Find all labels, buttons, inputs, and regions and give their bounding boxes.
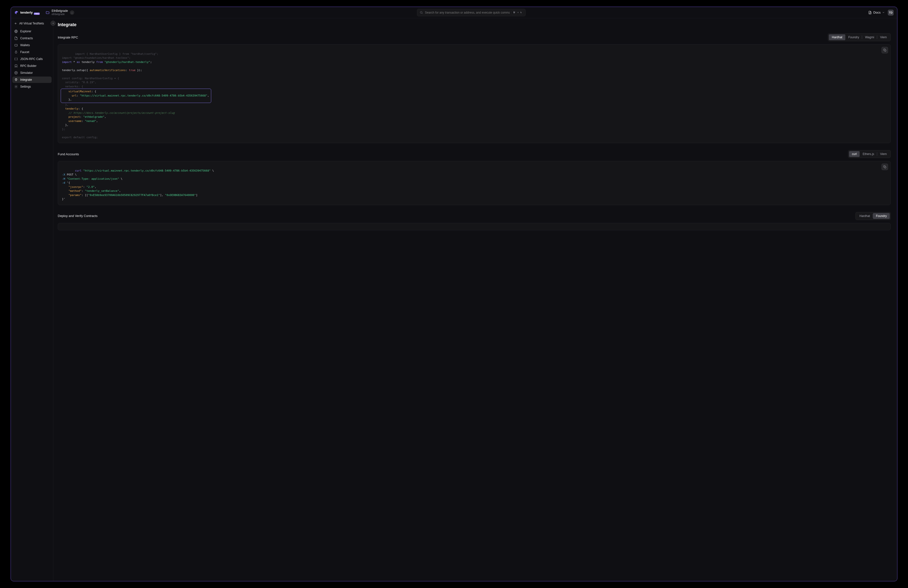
sidebar-item-label: Explorer [20,30,31,33]
brand-name: tenderly [20,11,33,14]
sidebar-item-label: Settings [20,85,31,89]
svg-rect-2 [15,44,18,47]
tenderly-logo-icon [14,10,19,15]
sidebar-item-label: Contracts [20,37,33,40]
sidebar-item-label: Wallets [20,43,30,47]
logo[interactable]: tenderly PRO [14,10,40,15]
sidebar-item-json-rpc[interactable]: JSON-RPC Calls [12,56,52,62]
play-icon [14,71,18,74]
sidebar: All Virtual TestNets Explorer Contracts … [11,18,53,219]
sidebar-item-label: JSON-RPC Calls [20,57,43,61]
project-slug: ethbelgrade [52,13,68,16]
back-label: All Virtual TestNets [19,22,44,25]
svg-point-3 [14,71,18,74]
folder-icon [46,11,50,14]
rpc-code-block: import { HardhatUserConfig } from "hardh… [58,44,338,143]
bookmark-icon [14,64,18,68]
project-name: EthBelgrade [52,10,68,13]
sidebar-item-settings[interactable]: Settings [12,84,52,90]
sidebar-item-contracts[interactable]: Contracts [12,35,52,42]
page-title: Integrate [58,22,338,27]
rpc-section-title: Integrate RPC [58,35,78,39]
globe-icon [14,30,18,33]
sidebar-item-wallets[interactable]: Wallets [12,42,52,48]
chevron-left-icon [52,22,54,24]
pro-badge: PRO [34,13,40,15]
back-link[interactable]: All Virtual TestNets [12,20,52,27]
project-selector[interactable]: EthBelgrade ethbelgrade ⌄ [46,10,74,15]
sidebar-item-integrate[interactable]: Integrate [12,77,52,83]
deploy-section-title: Deploy and Verify Contracts [58,214,97,218]
sidebar-item-label: Integrate [20,78,32,81]
brackets-icon [14,57,18,61]
wallet-icon [14,43,18,47]
sidebar-item-simulator[interactable]: Simulator [12,69,52,76]
sidebar-item-label: RPC Builder [20,64,37,68]
project-info: EthBelgrade ethbelgrade [52,10,68,15]
plug-icon [14,78,18,81]
file-icon [14,37,18,40]
sidebar-item-faucet[interactable]: Faucet [12,49,52,55]
topbar: tenderly PRO EthBelgrade ethbelgrade ⌄ ⌘ [11,7,338,18]
chevron-down-icon[interactable]: ⌄ [70,10,74,15]
arrow-left-icon [14,22,17,25]
droplet-icon [14,50,18,54]
fund-section-title: Fund Accounts [58,152,79,156]
svg-point-4 [16,86,16,87]
collapse-sidebar-button[interactable] [51,21,56,26]
fund-code-block: curl "https://virtual.mainnet.rpc.tender… [58,161,338,205]
main-content: Integrate Integrate RPC Hardhat Foundry … [53,18,338,219]
sidebar-item-label: Simulator [20,71,33,74]
app-window: tenderly PRO EthBelgrade ethbelgrade ⌄ ⌘ [11,6,338,219]
sidebar-item-explorer[interactable]: Explorer [12,28,52,35]
gear-icon [14,85,18,89]
sidebar-item-rpc-builder[interactable]: RPC Builder [12,63,52,69]
sidebar-item-label: Faucet [20,50,29,54]
